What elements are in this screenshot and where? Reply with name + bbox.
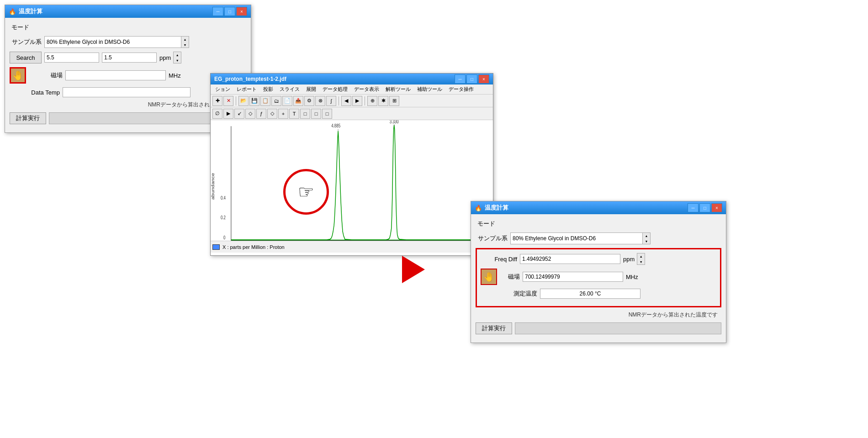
measured-temp-row: 測定温度: [481, 289, 716, 299]
search-spin-down[interactable]: ▼: [174, 58, 181, 63]
tb-nav1[interactable]: ⊕: [367, 96, 377, 106]
freq-spin-down[interactable]: ▼: [637, 259, 645, 264]
close-btn-1[interactable]: ×: [236, 7, 247, 16]
tb2-btn3[interactable]: ↙: [234, 109, 244, 119]
spectrum-bottom-bar: X : parts per Million : Proton: [211, 241, 493, 253]
tb2-btn9[interactable]: □: [300, 109, 310, 119]
freq-spin-up[interactable]: ▲: [637, 253, 645, 259]
nmr-title-controls: ─ □ ×: [455, 74, 489, 84]
title-text-1: 温度計算: [19, 7, 42, 16]
menu-data-display[interactable]: データ表示: [351, 85, 382, 94]
sample-spin-down[interactable]: ▼: [181, 42, 189, 47]
freq-diff-label: Freq Diff: [481, 256, 517, 263]
magnet-input-1[interactable]: [65, 70, 166, 80]
tb-next[interactable]: ▶: [352, 96, 362, 106]
spectrum-svg: abundance 0 0.2 0.4 7.0 6.0 5.0 4.0 3.0 …: [211, 120, 493, 253]
legend-color: [212, 244, 220, 250]
close-btn-2[interactable]: ×: [711, 203, 722, 212]
tb2-btn1[interactable]: ∅: [212, 109, 222, 119]
tb-save4[interactable]: 📄: [282, 96, 292, 106]
tb-save2[interactable]: 📋: [260, 96, 270, 106]
menu-analysis[interactable]: 解析ツール: [383, 85, 413, 94]
menu-slice[interactable]: スライス: [277, 85, 302, 94]
title-text-2: 温度計算: [485, 204, 508, 212]
search-spin-up[interactable]: ▲: [174, 52, 181, 58]
tb-open[interactable]: 📂: [238, 96, 249, 106]
sample-select-container-2: 80% Ethylene Glycol in DMSO-D6 ▲ ▼: [510, 232, 651, 244]
tb-integral[interactable]: ∫: [326, 96, 336, 106]
search-row: Search ppm ▲ ▼: [10, 52, 246, 63]
freq-spinner: ▲ ▼: [637, 253, 645, 265]
nmr-spectrum-window: EG_proton_temptest-1-2.jdf ─ □ × ション レポー…: [210, 73, 493, 256]
nmr-toolbar-1: ✚ ✕ 📂 💾 📋 🗂 📄 📤 ⚙ ⊗ ∫ ◀ ▶ ⊕ ✱ ⊞: [211, 95, 493, 107]
minimize-btn-2[interactable]: ─: [688, 203, 699, 212]
results-highlight-box: Freq Diff ppm ▲ ▼ 🤚 磁場 MHz 測定温度: [476, 248, 721, 307]
red-arrow-2: [402, 256, 425, 283]
nmr-close-btn[interactable]: ×: [478, 74, 489, 84]
tb2-btn2[interactable]: ▶: [223, 109, 233, 119]
title-bar-2: 🔥 温度計算 ─ □ ×: [471, 201, 726, 214]
magnet-input-2[interactable]: [523, 272, 623, 282]
tb2-btn5[interactable]: ƒ: [256, 109, 266, 119]
menu-report[interactable]: レポート: [234, 85, 259, 94]
svg-text:0.4: 0.4: [221, 195, 226, 201]
menu-expand[interactable]: 展開: [303, 85, 319, 94]
tb-export[interactable]: 📤: [293, 96, 303, 106]
tb-sep-1: [236, 96, 236, 106]
tb-sep-2: [339, 96, 339, 106]
freq-diff-input[interactable]: [520, 254, 620, 264]
magnet-row-2: 🤚 磁場 MHz: [481, 269, 716, 285]
sample-spin-up-2[interactable]: ▲: [643, 233, 650, 238]
tb-sep-3: [365, 96, 365, 106]
sample-select-2[interactable]: 80% Ethylene Glycol in DMSO-D6: [510, 232, 643, 244]
maximize-btn-2[interactable]: □: [699, 203, 710, 212]
title-icon-1: 🔥: [9, 8, 16, 15]
data-temp-label: Data Temp: [28, 89, 60, 96]
sample-row: サンプル系 80% Ethylene Glycol in DMSO-D6 ▲ ▼: [10, 36, 246, 48]
tb2-btn4[interactable]: ◇: [245, 109, 255, 119]
measured-temp-label: 測定温度: [501, 290, 537, 298]
search-input-1[interactable]: [44, 53, 99, 63]
spectrum-area: abundance 0 0.2 0.4 7.0 6.0 5.0 4.0 3.0 …: [211, 120, 493, 253]
tb2-btn8[interactable]: T: [289, 109, 299, 119]
tb-btn7[interactable]: ⚙: [304, 96, 314, 106]
svg-text:3.330: 3.330: [390, 120, 399, 124]
menu-tools[interactable]: 補助ツール: [414, 85, 445, 94]
tb-nav2[interactable]: ✱: [378, 96, 388, 106]
hand-icon-btn-2[interactable]: 🤚: [481, 269, 497, 285]
tb2-btn7[interactable]: +: [278, 109, 288, 119]
calc-button-1[interactable]: 計算実行: [10, 112, 46, 124]
menu-data-op[interactable]: データ操作: [446, 85, 476, 94]
menu-data-processing[interactable]: データ処理: [320, 85, 350, 94]
tb-add[interactable]: ✚: [212, 96, 222, 106]
tb-nav3[interactable]: ⊞: [389, 96, 399, 106]
sample-row-2: サンプル系 80% Ethylene Glycol in DMSO-D6 ▲ ▼: [476, 232, 721, 244]
tb-prev[interactable]: ◀: [341, 96, 351, 106]
menu-sion[interactable]: ション: [212, 85, 233, 94]
hand-cursor-icon: ☞: [298, 181, 314, 202]
tb-btn8[interactable]: ⊗: [315, 96, 325, 106]
tb-save1[interactable]: 💾: [249, 96, 259, 106]
menu-projection[interactable]: 投影: [260, 85, 276, 94]
title-controls-1: ─ □ ×: [212, 7, 247, 16]
nmr-minimize-btn[interactable]: ─: [455, 74, 466, 84]
minimize-btn-1[interactable]: ─: [212, 7, 223, 16]
search-button[interactable]: Search: [10, 52, 42, 63]
tb-save3[interactable]: 🗂: [271, 96, 281, 106]
mode-section-label-2: モード: [476, 219, 721, 229]
tb2-btn11[interactable]: □: [322, 109, 332, 119]
hand-icon-btn-1[interactable]: 🤚: [10, 67, 26, 84]
nmr-maximize-btn[interactable]: □: [466, 74, 477, 84]
data-temp-input[interactable]: [63, 87, 191, 97]
calc-row-2: 計算実行: [476, 322, 721, 334]
title-controls-2: ─ □ ×: [688, 203, 722, 212]
sample-spin-up[interactable]: ▲: [181, 37, 189, 42]
sample-spin-down-2[interactable]: ▼: [643, 238, 650, 244]
sample-select[interactable]: 80% Ethylene Glycol in DMSO-D6: [44, 36, 181, 48]
tb2-btn6[interactable]: ◇: [267, 109, 277, 119]
calc-button-2[interactable]: 計算実行: [476, 322, 512, 334]
tb-del[interactable]: ✕: [223, 96, 233, 106]
tb2-btn10[interactable]: □: [311, 109, 321, 119]
search-input-2[interactable]: [102, 53, 157, 63]
maximize-btn-1[interactable]: □: [224, 7, 235, 16]
